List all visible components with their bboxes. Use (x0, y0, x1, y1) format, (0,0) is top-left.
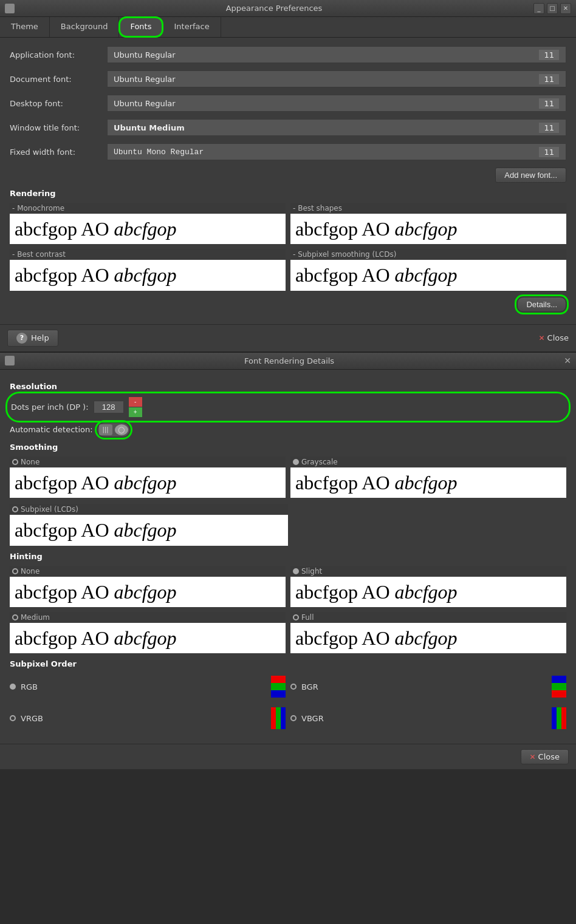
document-font-name: Ubuntu Regular (114, 75, 176, 84)
radio-grayscale-icon (293, 459, 299, 465)
fixed-font-label: Fixed width font: (10, 148, 107, 157)
hinting-none-text: None (21, 567, 39, 576)
subpixel-rgb-label: RGB (21, 682, 38, 691)
font-row-window-title: Window title font: Ubuntu Medium 11 (10, 117, 566, 138)
subpixel-bgr-label: BGR (301, 682, 318, 691)
tab-fonts[interactable]: Fonts (119, 17, 163, 37)
swatch-g (271, 683, 286, 690)
add-font-row: Add new font... (10, 168, 566, 183)
swatch-r3 (271, 707, 276, 729)
rgb-swatch (271, 676, 286, 698)
desktop-font-selector[interactable]: Ubuntu Regular 11 (107, 95, 566, 112)
hinting-preview-slight[interactable]: abcfgop AO abcfgop (290, 577, 566, 607)
hinting-preview-medium[interactable]: abcfgop AO abcfgop (10, 623, 286, 653)
subpixel-vrgb-row: VRGB (10, 705, 286, 732)
swatch-r2 (552, 690, 566, 698)
toggle-bars-icon: ||| (99, 424, 112, 435)
radio-vbgr-icon (290, 715, 297, 721)
rendering-text-normal-1: abcfgop AO (295, 218, 395, 240)
hinting-cell-slight: Slight abcfgop AO abcfgop (290, 566, 566, 607)
smoothing-grayscale-text: Grayscale (301, 458, 338, 466)
smoothing-grid: None abcfgop AO abcfgop Grayscale abcfgo… (10, 457, 566, 498)
help-button[interactable]: ? Help (7, 330, 58, 347)
close-window-button[interactable]: ✕ (560, 3, 571, 14)
application-font-size: 11 (538, 49, 560, 61)
close-button-1[interactable]: ✕ Close (539, 333, 569, 342)
minimize-button[interactable]: _ (533, 3, 544, 14)
application-font-selector[interactable]: Ubuntu Regular 11 (107, 46, 566, 63)
fonts-panel: Application font: Ubuntu Regular 11 Docu… (0, 38, 576, 324)
font-row-desktop: Desktop font: Ubuntu Regular 11 (10, 92, 566, 114)
window-controls: _ □ ✕ (533, 3, 571, 14)
hinting-preview-full[interactable]: abcfgop AO abcfgop (290, 623, 566, 653)
dialog-close-button[interactable]: ✕ (564, 356, 571, 365)
auto-detect-row: Automatic detection: ||| ○ (10, 423, 566, 437)
dpi-plus-button[interactable]: + (129, 407, 142, 417)
close-x-icon: ✕ (539, 334, 545, 342)
tab-interface[interactable]: Interface (163, 17, 221, 37)
radio-subpixel-icon (12, 506, 18, 512)
rendering-preview-subpixel[interactable]: abcfgop AO abcfgop (290, 260, 566, 290)
radio-hint-full-icon (293, 614, 299, 620)
swatch-g3 (276, 707, 281, 729)
smoothing-subpixel-text: Subpixel (LCDs) (21, 505, 78, 514)
rendering-preview-monochrome[interactable]: abcfgop AO abcfgop (10, 214, 286, 244)
hinting-full-text: Full (301, 613, 314, 622)
application-font-name: Ubuntu Regular (114, 50, 176, 59)
rendering-preview-best-shapes[interactable]: abcfgop AO abcfgop (290, 214, 566, 244)
rendering-text-italic-0: abcfgop (114, 218, 177, 240)
vbgr-swatch (552, 707, 566, 729)
rendering-label-best-contrast: - Best contrast (10, 249, 286, 260)
smoothing-label-none: None (10, 457, 286, 467)
auto-detect-toggle[interactable]: ||| ○ (98, 423, 129, 437)
dialog2-close-label: Close (538, 752, 560, 761)
subpixel-bgr-row: BGR (290, 673, 566, 700)
fixed-font-selector[interactable]: Ubuntu Mono Regular 11 (107, 143, 566, 160)
rendering-text-normal-2: abcfgop AO (15, 264, 114, 286)
hinting-label-full: Full (290, 612, 566, 623)
document-font-label: Document font: (10, 75, 107, 84)
radio-hint-medium-icon (12, 614, 18, 620)
window-title-font-label: Window title font: (10, 123, 107, 132)
window2: Font Rendering Details ✕ Resolution Dots… (0, 352, 576, 770)
application-font-label: Application font: (10, 50, 107, 59)
window-title-font-selector[interactable]: Ubuntu Medium 11 (107, 119, 566, 136)
tab-theme[interactable]: Theme (0, 17, 50, 37)
hinting-cell-none: None abcfgop AO abcfgop (10, 566, 286, 607)
dpi-spinners: - + (129, 397, 142, 417)
smoothing-title: Smoothing (10, 443, 566, 452)
hinting-slight-text: Slight (301, 567, 322, 576)
hinting-cell-medium: Medium abcfgop AO abcfgop (10, 612, 286, 653)
dialog2-close-button[interactable]: ✕ Close (521, 749, 569, 764)
document-font-selector[interactable]: Ubuntu Regular 11 (107, 70, 566, 87)
smoothing-subpixel-cell: Subpixel (LCDs) abcfgop AO abcfgop (10, 504, 288, 545)
smoothing-preview-none[interactable]: abcfgop AO abcfgop (10, 467, 286, 498)
tab-background[interactable]: Background (50, 17, 120, 37)
smoothing-preview-grayscale[interactable]: abcfgop AO abcfgop (290, 467, 566, 498)
rendering-cell-subpixel: - Subpixel smoothing (LCDs) abcfgop AO a… (290, 249, 566, 290)
window-title: Appearance Preferences (15, 4, 533, 13)
rendering-text-normal-3: abcfgop AO (295, 264, 395, 286)
dpi-input[interactable] (94, 401, 124, 413)
subpixel-order-title: Subpixel Order (10, 659, 566, 668)
swatch-g4 (557, 707, 561, 729)
smoothing-label-grayscale: Grayscale (290, 457, 566, 467)
tab-bar: Theme Background Fonts Interface (0, 17, 576, 38)
hinting-preview-none[interactable]: abcfgop AO abcfgop (10, 577, 286, 607)
smoothing-preview-subpixel-lcd[interactable]: abcfgop AO abcfgop (10, 515, 288, 545)
subpixel-vrgb-label: VRGB (21, 714, 43, 723)
dialog2-bottom-bar: ✕ Close (0, 744, 576, 769)
hinting-grid: None abcfgop AO abcfgop Slight abcfgop A… (10, 566, 566, 654)
rendering-preview-best-contrast[interactable]: abcfgop AO abcfgop (10, 260, 286, 290)
maximize-button[interactable]: □ (547, 3, 558, 14)
hinting-cell-full: Full abcfgop AO abcfgop (290, 612, 566, 653)
font-row-document: Document font: Ubuntu Regular 11 (10, 68, 566, 90)
details-button[interactable]: Details... (517, 297, 566, 312)
dpi-minus-button[interactable]: - (129, 397, 142, 407)
radio-hint-none-icon (12, 568, 18, 574)
add-font-button[interactable]: Add new font... (495, 168, 566, 183)
subpixel-order-grid: RGB BGR VRGB (10, 673, 566, 732)
window-title-font-name: Ubuntu Medium (114, 123, 185, 132)
dialog2-close-x-icon: ✕ (530, 753, 536, 761)
help-icon: ? (16, 333, 27, 344)
